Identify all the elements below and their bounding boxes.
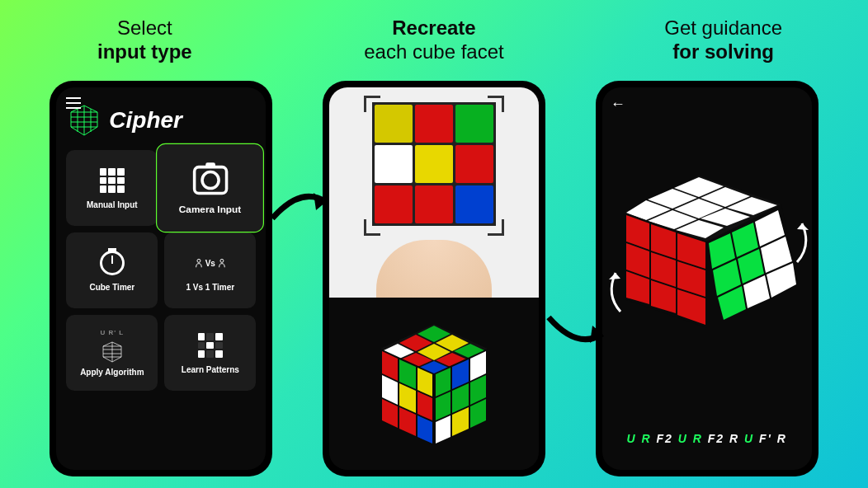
svg-point-8 — [197, 260, 200, 263]
svg-marker-77 — [797, 223, 809, 230]
wireframe-cube-icon — [101, 341, 123, 363]
header-1-line2: input type — [21, 40, 268, 64]
cube-3d-icon — [368, 317, 500, 449]
app-title: Cipher — [109, 107, 182, 134]
solve-notation: U R F2 U R F2 R U F' R — [602, 432, 812, 445]
camera-view — [329, 87, 539, 298]
tile-apply-algorithm[interactable]: U R' L Apply Algorithm — [66, 315, 158, 391]
tile-learn-patterns[interactable]: Learn Patterns — [164, 315, 256, 391]
phone-1-screen: Cipher Manual Input Camera Input — [56, 87, 266, 470]
headers-row: Select input type Recreate each cube fac… — [0, 0, 868, 73]
header-1-line1: Select — [21, 16, 268, 40]
svg-marker-79 — [590, 326, 602, 343]
app-logo-cube-icon — [68, 104, 101, 137]
hamburger-icon[interactable] — [66, 97, 81, 109]
notation-part: U — [744, 432, 759, 445]
tile-cube-timer[interactable]: Cube Timer — [66, 232, 158, 308]
notation-part: U R — [678, 432, 708, 445]
phone-3: ← — [596, 81, 818, 476]
solve-cube-area — [602, 87, 812, 412]
notation-part: F2 R — [708, 432, 744, 445]
camera-icon — [193, 162, 228, 196]
tile-1v1-timer[interactable]: Vs 1 Vs 1 Timer — [164, 232, 256, 308]
grid-icon — [97, 166, 127, 195]
svg-point-9 — [220, 260, 224, 263]
flow-arrow-2-icon — [545, 305, 611, 354]
header-1: Select input type — [21, 16, 268, 64]
tile-label: 1 Vs 1 Timer — [186, 283, 234, 292]
pattern-icon — [196, 331, 225, 360]
tile-label: Cube Timer — [89, 283, 134, 292]
app-title-row: Cipher — [56, 87, 266, 143]
tile-manual-input[interactable]: Manual Input — [66, 150, 158, 226]
notation-part: F2 — [656, 432, 677, 445]
header-3: Get guidance for solving — [600, 16, 847, 64]
rotation-arrow-right-icon — [790, 217, 812, 266]
tile-camera-input[interactable]: Camera Input — [156, 143, 264, 232]
tile-label: Learn Patterns — [182, 365, 239, 374]
header-2-line1: Recreate — [310, 16, 558, 40]
tile-label: Manual Input — [87, 200, 138, 209]
header-3-line1: Get guidance — [600, 16, 847, 40]
tile-label: Apply Algorithm — [80, 368, 144, 377]
phone-1: Cipher Manual Input Camera Input — [50, 81, 272, 476]
tiles-grid: Manual Input Camera Input Cube Timer — [56, 143, 266, 397]
svg-marker-78 — [314, 193, 326, 210]
header-3-line2: for solving — [600, 40, 847, 64]
phone-3-screen: ← — [602, 87, 812, 470]
vs-icon: Vs — [196, 248, 225, 278]
vs-label: Vs — [205, 259, 215, 268]
tile-label: Camera Input — [179, 203, 241, 214]
solving-cube-icon — [616, 167, 798, 332]
header-2-line2: each cube facet — [310, 40, 558, 64]
notation-part: F' R — [759, 432, 787, 445]
flow-arrow-1-icon — [268, 181, 334, 231]
scanned-cube-face — [372, 102, 496, 226]
phone-2-screen — [329, 87, 539, 470]
header-2: Recreate each cube facet — [310, 16, 558, 64]
hand-graphic — [376, 240, 492, 298]
phones-row: Cipher Manual Input Camera Input — [0, 73, 868, 476]
algo-text-icon: U R' L — [100, 329, 124, 336]
phone-2 — [323, 81, 545, 476]
timer-icon — [97, 248, 127, 278]
notation-part: U R — [626, 432, 656, 445]
cube-preview — [329, 298, 539, 470]
